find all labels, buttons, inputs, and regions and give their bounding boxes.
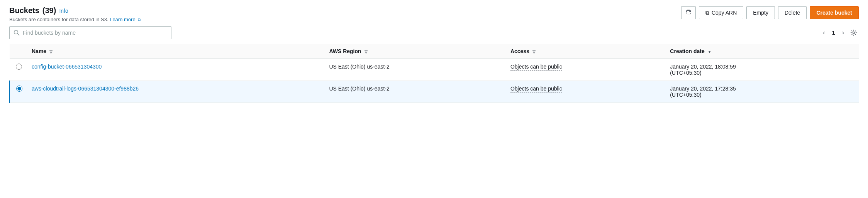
buckets-table: Name ▽ AWS Region ▽ Access ▽ Creation da… <box>9 44 859 103</box>
row-name-cell: config-bucket-066531304300 <box>25 59 323 81</box>
create-bucket-button[interactable]: Create bucket <box>810 6 859 19</box>
prev-page-button[interactable]: ‹ <box>821 28 826 38</box>
col-creation-date[interactable]: Creation date ▼ <box>664 44 859 59</box>
row-creation-date: January 20, 2022, 18:08:59(UTC+05:30) <box>670 64 736 76</box>
row-access: Objects can be public <box>510 64 562 70</box>
table-settings-button[interactable] <box>849 28 859 38</box>
copy-arn-label: Copy ARN <box>712 10 737 16</box>
table-body: config-bucket-066531304300 US East (Ohio… <box>10 59 859 103</box>
gear-icon <box>850 29 857 36</box>
col-name-label: Name <box>32 48 46 54</box>
bucket-name-link[interactable]: config-bucket-066531304300 <box>32 64 102 70</box>
row-radio[interactable] <box>16 64 22 70</box>
row-access: Objects can be public <box>510 86 562 92</box>
bucket-name-link[interactable]: aws-cloudtrail-logs-066531304300-ef988b2… <box>32 86 139 92</box>
col-region[interactable]: AWS Region ▽ <box>323 44 504 59</box>
refresh-button[interactable] <box>681 6 696 19</box>
row-creation-date: January 20, 2022, 17:28:35(UTC+05:30) <box>670 86 736 98</box>
row-select-cell[interactable] <box>10 59 25 81</box>
search-icon <box>14 30 20 36</box>
copy-arn-icon: ⧉ <box>705 10 709 16</box>
row-name-cell: aws-cloudtrail-logs-066531304300-ef988b2… <box>25 81 323 103</box>
search-input[interactable] <box>23 30 167 36</box>
row-radio[interactable] <box>16 86 22 92</box>
title-line: Buckets (39) Info <box>9 6 141 15</box>
row-region-cell: US East (Ohio) us-east-2 <box>323 59 504 81</box>
col-creation-date-sort-icon: ▼ <box>708 50 712 54</box>
svg-line-1 <box>18 34 19 35</box>
col-name[interactable]: Name ▽ <box>25 44 323 59</box>
pagination: ‹ 1 › <box>821 28 859 38</box>
learn-more-link[interactable]: Learn more <box>110 17 135 22</box>
header-row: Buckets (39) Info Buckets are containers… <box>9 6 859 22</box>
row-creation-date-cell: January 20, 2022, 18:08:59(UTC+05:30) <box>664 59 859 81</box>
table-row: config-bucket-066531304300 US East (Ohio… <box>10 59 859 81</box>
col-access-label: Access <box>510 48 529 54</box>
col-name-sort-icon: ▽ <box>49 50 53 54</box>
table-header-row: Name ▽ AWS Region ▽ Access ▽ Creation da… <box>10 44 859 59</box>
col-region-sort-icon: ▽ <box>364 50 368 54</box>
row-creation-date-cell: January 20, 2022, 17:28:35(UTC+05:30) <box>664 81 859 103</box>
row-region-cell: US East (Ohio) us-east-2 <box>323 81 504 103</box>
empty-button[interactable]: Empty <box>746 6 775 19</box>
col-access-sort-icon: ▽ <box>532 50 536 54</box>
col-creation-date-label: Creation date <box>670 48 704 54</box>
empty-label: Empty <box>753 10 768 16</box>
external-link-icon: ⧉ <box>138 17 141 22</box>
chevron-left-icon: ‹ <box>823 29 825 36</box>
row-region: US East (Ohio) us-east-2 <box>329 64 389 70</box>
delete-button[interactable]: Delete <box>778 6 807 19</box>
subtitle-text: Buckets are containers for data stored i… <box>9 17 108 22</box>
create-bucket-label: Create bucket <box>816 10 852 16</box>
toolbar: ⧉ Copy ARN Empty Delete Create bucket <box>681 6 859 19</box>
row-region: US East (Ohio) us-east-2 <box>329 86 389 92</box>
col-access[interactable]: Access ▽ <box>504 44 664 59</box>
current-page: 1 <box>830 30 837 36</box>
info-link[interactable]: Info <box>59 8 68 14</box>
next-page-button[interactable]: › <box>841 28 846 38</box>
search-box[interactable] <box>9 26 171 39</box>
select-all-col <box>10 44 25 59</box>
table-container: Name ▽ AWS Region ▽ Access ▽ Creation da… <box>9 44 859 103</box>
bucket-count: (39) <box>42 6 56 15</box>
chevron-right-icon: › <box>842 29 844 36</box>
svg-point-2 <box>853 32 855 34</box>
row-select-cell[interactable] <box>10 81 25 103</box>
refresh-icon <box>685 10 692 16</box>
search-pagination-row: ‹ 1 › <box>9 26 859 39</box>
page-title: Buckets <box>9 6 39 15</box>
subtitle: Buckets are containers for data stored i… <box>9 17 141 22</box>
page-container: Buckets (39) Info Buckets are containers… <box>0 0 868 109</box>
row-access-cell: Objects can be public <box>504 81 664 103</box>
delete-label: Delete <box>785 10 800 16</box>
table-row: aws-cloudtrail-logs-066531304300-ef988b2… <box>10 81 859 103</box>
title-area: Buckets (39) Info Buckets are containers… <box>9 6 141 22</box>
row-access-cell: Objects can be public <box>504 59 664 81</box>
col-region-label: AWS Region <box>329 48 361 54</box>
copy-arn-button[interactable]: ⧉ Copy ARN <box>699 6 743 19</box>
